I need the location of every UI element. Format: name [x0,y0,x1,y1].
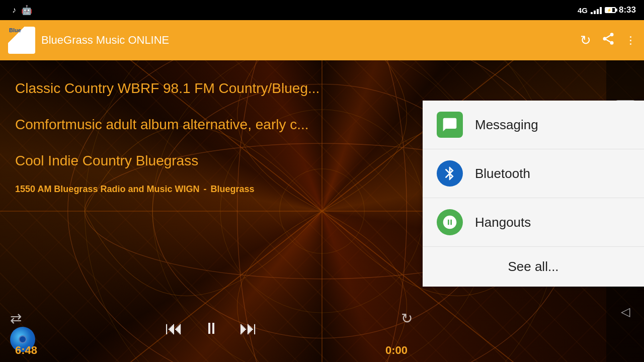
station-name: 1550 AM Bluegrass Radio and Music WIGN [15,184,199,195]
total-time: 0:00 [385,344,408,357]
more-icon[interactable]: ⋮ [625,34,636,46]
see-all-label: See all... [508,259,558,275]
svg-point-2 [610,41,614,45]
share-icon[interactable] [601,32,615,49]
svg-point-0 [610,33,614,36]
network-label: 4G [578,6,588,15]
bluetooth-menu-item[interactable]: Bluetooth [423,149,644,198]
app-container: Blue BlueGrass Music ONLINE ↻ ⋮ [0,20,644,362]
svg-line-4 [606,36,610,38]
music-note-icon: ♪ [12,6,16,15]
bluetooth-label: Bluetooth [475,166,530,182]
share-dropdown-menu: Messaging Bluetooth Hangouts [423,101,644,287]
genre-separator: - [203,184,206,195]
hangouts-icon [437,209,463,235]
status-right: 4G ⚡ 8:33 [578,5,636,15]
time-label: 8:33 [619,5,636,15]
logo-text: Blue [9,28,21,33]
status-bar: ♪ 🤖 4G ⚡ 8:33 [0,0,644,20]
main-content: Classic Country WBRF 98.1 FM Country/Blu… [0,60,644,362]
svg-point-1 [603,37,607,41]
app-title: BlueGrass Music ONLINE [41,34,574,47]
android-icon: 🤖 [21,5,32,16]
top-bar-actions: ↻ ⋮ [580,32,636,49]
see-all-button[interactable]: See all... [423,247,644,287]
hangouts-menu-item[interactable]: Hangouts [423,198,644,247]
top-bar: Blue BlueGrass Music ONLINE ↻ ⋮ [0,20,644,60]
hangouts-label: Hangouts [475,215,531,230]
genre-label: Bluegrass [210,184,254,195]
battery-icon: ⚡ [605,7,616,13]
prev-button[interactable]: ⏮ [165,318,183,339]
next-button[interactable]: ⏭ [239,318,258,339]
signal-icon [591,6,602,14]
app-logo: Blue [8,27,35,54]
bluetooth-icon [437,160,463,187]
time-row: 6:48 0:00 [0,344,423,357]
control-buttons: ⏮ ⏸ ⏭ [165,318,258,339]
svg-line-3 [606,40,610,42]
back-nav-button[interactable]: ◁ [615,301,636,322]
player-controls: ⏮ ⏸ ⏭ 6:48 0:00 [0,302,423,362]
messaging-menu-item[interactable]: Messaging [423,101,644,149]
messaging-label: Messaging [475,117,538,133]
messaging-icon [437,112,463,138]
pause-button[interactable]: ⏸ [203,319,219,338]
refresh-icon[interactable]: ↻ [580,33,591,48]
current-time: 6:48 [15,344,37,357]
status-bar-left: ♪ 🤖 [8,5,32,16]
